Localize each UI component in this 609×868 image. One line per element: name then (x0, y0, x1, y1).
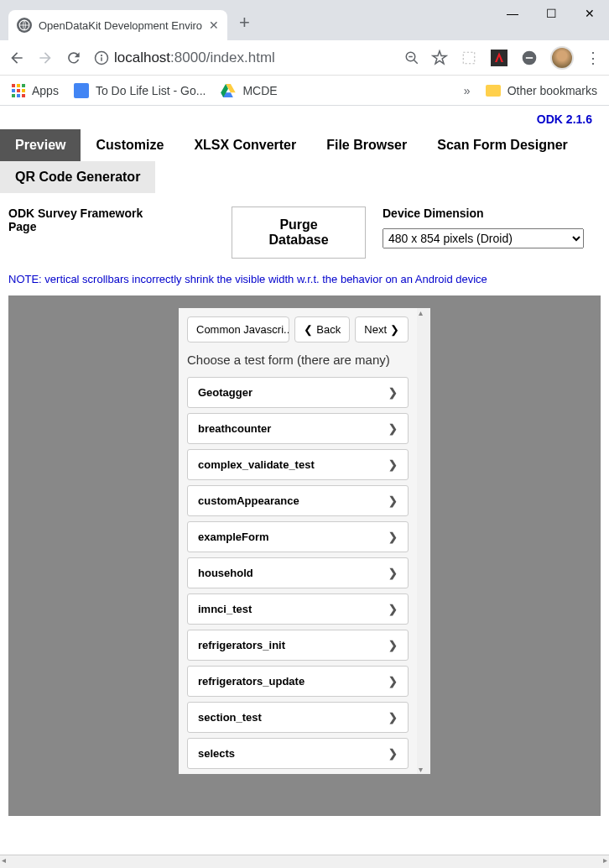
svg-rect-3 (101, 57, 102, 61)
minimize-button[interactable]: — (493, 0, 532, 27)
zoom-icon[interactable] (404, 50, 419, 65)
chevron-left-icon: ❮ (304, 323, 313, 336)
forward-button[interactable] (37, 50, 54, 66)
version-label: ODK 2.1.6 (0, 106, 609, 129)
apps-grid-icon (12, 84, 25, 97)
window-controls: — ☐ ✕ (493, 0, 609, 27)
extension-icon-2[interactable] (520, 49, 539, 67)
chevron-right-icon: ❯ (388, 422, 398, 435)
drive-icon (221, 84, 236, 97)
list-item[interactable]: refrigerators_init❯ (187, 630, 409, 661)
breadcrumb-button[interactable]: Common Javascri... (187, 316, 289, 342)
address-bar[interactable]: localhost:8000/index.html (94, 50, 393, 66)
profile-avatar[interactable] (550, 46, 574, 70)
drive-bookmark[interactable]: MCDE (221, 84, 277, 97)
close-window-button[interactable]: ✕ (570, 0, 609, 27)
form-list: Geotagger❯ breathcounter❯ complex_valida… (187, 377, 409, 774)
chevron-right-icon: ❯ (388, 603, 398, 615)
list-item[interactable]: Geotagger❯ (187, 377, 409, 408)
list-item[interactable]: exampleForm❯ (187, 521, 409, 552)
chevron-right-icon: ❯ (388, 458, 398, 471)
chevron-right-icon: ❯ (388, 747, 398, 760)
window-titlebar: OpenDataKit Development Enviro ✕ + — ☐ ✕ (0, 0, 609, 40)
toolbar-icons: ⋮ (404, 46, 601, 70)
back-nav-button[interactable]: ❮Back (294, 316, 350, 342)
purge-database-button[interactable]: Purge Database (232, 207, 366, 259)
page-content: ODK 2.1.6 Preview Customize XLSX Convert… (0, 106, 609, 816)
docs-bookmark[interactable]: To Do Life List - Go... (74, 83, 206, 98)
list-item[interactable]: household❯ (187, 557, 409, 588)
docs-icon (74, 83, 89, 98)
horizontal-scrollbar[interactable] (0, 855, 609, 868)
list-item[interactable]: refrigerators_update❯ (187, 666, 409, 697)
browser-toolbar: localhost:8000/index.html ⋮ (0, 40, 609, 76)
chevron-right-icon: ❯ (390, 323, 399, 336)
device-inner: Common Javascri... ❮Back Next❯ Choose a … (179, 308, 430, 774)
chevron-right-icon: ❯ (388, 639, 398, 651)
device-dimension-label: Device Dimension (383, 207, 584, 220)
controls-row: ODK Survey Framework Page Purge Database… (0, 193, 609, 267)
chevron-right-icon: ❯ (388, 567, 398, 579)
tab-title: OpenDataKit Development Enviro (39, 19, 202, 32)
close-tab-icon[interactable]: ✕ (209, 18, 219, 32)
tab-file-browser[interactable]: File Browser (311, 129, 422, 161)
list-item[interactable]: section_test❯ (187, 702, 409, 733)
bookmarks-bar: Apps To Do Life List - Go... MCDE » Othe… (0, 76, 609, 106)
survey-framework-label: ODK Survey Framework Page (8, 207, 164, 233)
bookmarks-overflow-icon[interactable]: » (464, 84, 471, 97)
chevron-right-icon: ❯ (388, 711, 398, 724)
list-item[interactable]: complex_validate_test❯ (187, 449, 409, 480)
list-item[interactable]: breathcounter❯ (187, 413, 409, 444)
chevron-right-icon: ❯ (388, 494, 398, 507)
apps-bookmark[interactable]: Apps (12, 84, 59, 97)
maximize-button[interactable]: ☐ (532, 0, 570, 27)
svg-rect-10 (526, 57, 533, 59)
extension-icon-1[interactable] (460, 49, 478, 67)
tab-qr-code-generator[interactable]: QR Code Generator (0, 161, 155, 193)
chevron-right-icon: ❯ (388, 531, 398, 543)
back-button[interactable] (8, 50, 25, 66)
new-tab-button[interactable]: + (239, 12, 250, 34)
form-prompt: Choose a test form (there are many) (187, 353, 409, 367)
tab-preview[interactable]: Preview (0, 129, 81, 161)
device-dimension-select[interactable]: 480 x 854 pixels (Droid) (383, 228, 584, 248)
svg-rect-8 (491, 50, 508, 66)
tab-customize[interactable]: Customize (81, 129, 179, 161)
list-item[interactable]: customAppearance❯ (187, 485, 409, 516)
other-bookmarks[interactable]: Other bookmarks (486, 84, 597, 97)
reload-button[interactable] (65, 50, 82, 66)
tab-xlsx-converter[interactable]: XLSX Converter (179, 129, 311, 161)
svg-point-2 (101, 54, 102, 55)
url-text: localhost:8000/index.html (114, 50, 275, 66)
svg-line-5 (414, 60, 418, 64)
device-preview-frame: Common Javascri... ❮Back Next❯ Choose a … (8, 295, 601, 816)
adobe-icon[interactable] (490, 49, 508, 67)
odk-tabs: Preview Customize XLSX Converter File Br… (0, 129, 609, 193)
svg-rect-7 (463, 52, 475, 64)
note-text: NOTE: vertical scrollbars incorrectly sh… (0, 267, 609, 295)
globe-icon (17, 18, 32, 33)
browser-tab[interactable]: OpenDataKit Development Enviro ✕ (8, 10, 227, 40)
menu-icon[interactable]: ⋮ (586, 49, 601, 67)
site-info-icon[interactable] (94, 50, 109, 65)
next-nav-button[interactable]: Next❯ (355, 316, 409, 342)
vertical-scrollbar[interactable] (417, 308, 430, 774)
folder-icon (486, 85, 501, 97)
chevron-right-icon: ❯ (388, 675, 398, 688)
list-item[interactable]: selects❯ (187, 738, 409, 769)
list-item[interactable]: imnci_test❯ (187, 593, 409, 625)
star-icon[interactable] (431, 50, 448, 66)
tab-scan-form-designer[interactable]: Scan Form Designer (422, 129, 583, 161)
chevron-right-icon: ❯ (388, 386, 398, 399)
